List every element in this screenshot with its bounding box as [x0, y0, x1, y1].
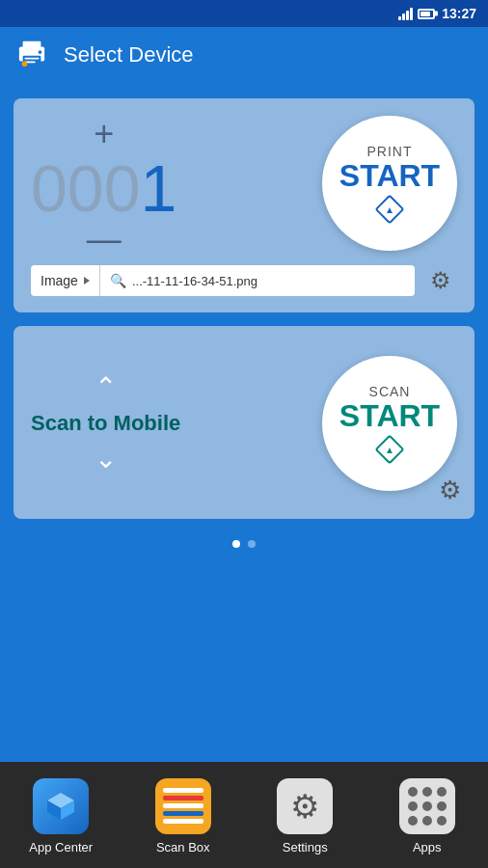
print-settings-gear-icon[interactable]: ⚙	[424, 264, 457, 297]
print-start-diamond: ▲	[376, 196, 403, 223]
nav-item-settings[interactable]: ⚙ Settings	[252, 778, 358, 854]
search-icon: 🔍	[110, 273, 126, 288]
counter-minus-button[interactable]: —	[87, 229, 122, 250]
app-center-icon-wrap	[33, 778, 89, 834]
app-center-icon	[33, 778, 89, 834]
print-start-button[interactable]: PRINT START ▲	[322, 116, 457, 251]
main-content: + 0001 — PRINT START ▲ Image �	[0, 83, 488, 762]
image-select-label: Image	[41, 273, 78, 288]
nav-item-app-center[interactable]: App Center	[8, 778, 114, 854]
page-dots-indicator	[14, 532, 474, 556]
svg-rect-1	[23, 41, 41, 50]
svg-point-5	[39, 50, 42, 54]
nav-item-scan-box[interactable]: Scan Box	[130, 778, 236, 854]
file-search-button[interactable]: 🔍 ...-11-11-16-34-51.png	[100, 265, 415, 296]
status-bar: 13:27	[0, 0, 488, 27]
printer-icon	[15, 38, 50, 72]
signal-icon	[398, 7, 413, 20]
print-label-main: START	[339, 159, 440, 193]
svg-point-6	[22, 61, 28, 67]
image-select-dropdown[interactable]: Image	[31, 265, 100, 296]
print-card-top: + 0001 — PRINT START ▲	[31, 116, 457, 251]
settings-gear-icon: ⚙	[290, 787, 319, 826]
scan-label-top: SCAN	[369, 384, 411, 399]
nav-label-scan-box: Scan Box	[156, 840, 210, 854]
scan-label-main: START	[339, 399, 440, 433]
apps-grid-icon	[408, 787, 447, 826]
counter-one: 1	[140, 155, 176, 221]
settings-icon-wrap: ⚙	[277, 778, 333, 834]
nav-label-apps: Apps	[413, 840, 442, 854]
dot-2	[248, 540, 256, 548]
dot-1	[232, 540, 240, 548]
status-time: 13:27	[442, 6, 476, 21]
battery-icon	[418, 9, 435, 19]
file-name: ...-11-11-16-34-51.png	[132, 274, 258, 288]
apps-icon-wrap	[399, 778, 455, 834]
nav-label-settings: Settings	[283, 840, 328, 854]
header: Select Device	[0, 27, 488, 83]
bottom-nav: App Center Scan Box ⚙ Settings	[0, 762, 488, 868]
scan-card: ⌃ Scan to Mobile ⌄ SCAN START ▲ ⚙	[14, 326, 474, 519]
dropdown-arrow-icon	[84, 277, 90, 285]
scan-start-diamond: ▲	[376, 436, 403, 463]
scan-box-icon	[155, 782, 211, 829]
scan-start-button[interactable]: SCAN START ▲	[322, 356, 457, 491]
scan-box-icon-wrap	[155, 778, 211, 834]
header-title: Select Device	[64, 42, 194, 68]
print-card: + 0001 — PRINT START ▲ Image �	[14, 98, 474, 312]
counter-section: + 0001 —	[31, 117, 176, 250]
status-icons: 13:27	[398, 6, 476, 21]
print-label-top: PRINT	[367, 144, 413, 159]
svg-rect-3	[25, 58, 40, 60]
scan-settings-gear-icon[interactable]: ⚙	[439, 475, 461, 505]
nav-item-apps[interactable]: Apps	[374, 778, 480, 854]
counter-zeros: 000	[31, 155, 140, 221]
scan-to-mobile-label: Scan to Mobile	[31, 411, 180, 436]
print-toolbar: Image 🔍 ...-11-11-16-34-51.png ⚙	[31, 264, 457, 297]
nav-label-app-center: App Center	[29, 840, 93, 854]
scan-left-section: ⌃ Scan to Mobile ⌄	[31, 374, 180, 473]
counter-plus-button[interactable]: +	[94, 117, 114, 151]
scan-chevron-up-icon[interactable]: ⌃	[95, 374, 117, 401]
scan-chevron-down-icon[interactable]: ⌄	[95, 446, 117, 473]
